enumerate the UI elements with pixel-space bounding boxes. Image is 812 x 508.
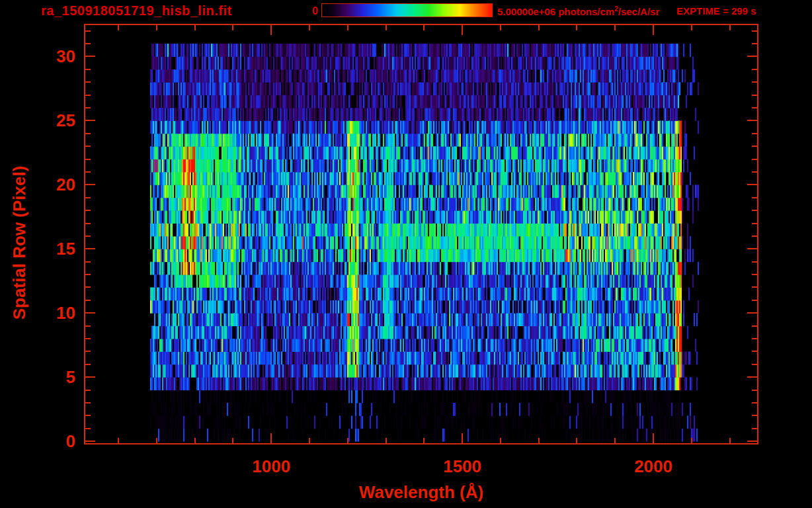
x-axis-title: Wavelength (Å) xyxy=(289,482,553,503)
y-major-tick xyxy=(85,312,95,314)
y-minor-tick xyxy=(85,428,91,429)
x-minor-tick xyxy=(309,25,310,30)
exptime-readout: EXPTIME = 299 s xyxy=(676,5,756,17)
y-minor-tick xyxy=(752,223,757,224)
y-minor-tick xyxy=(752,197,757,198)
y-minor-tick xyxy=(752,415,757,416)
y-minor-tick xyxy=(85,261,91,263)
x-major-tick xyxy=(462,25,463,35)
y-major-tick xyxy=(747,441,757,442)
y-minor-tick xyxy=(752,274,757,275)
x-minor-tick xyxy=(729,438,731,443)
y-minor-tick xyxy=(85,159,91,160)
x-minor-tick xyxy=(194,438,196,443)
y-minor-tick xyxy=(752,364,757,365)
y-minor-tick xyxy=(85,351,91,352)
y-minor-tick xyxy=(752,159,757,160)
x-minor-tick xyxy=(347,25,348,30)
y-minor-tick xyxy=(85,81,91,83)
y-minor-tick xyxy=(85,107,91,108)
y-minor-tick xyxy=(752,338,757,339)
x-minor-tick xyxy=(232,438,233,443)
x-minor-tick xyxy=(347,438,348,443)
y-tick-label: 15 xyxy=(25,239,75,259)
y-minor-tick xyxy=(85,325,91,327)
y-minor-tick xyxy=(85,390,91,391)
y-minor-tick xyxy=(85,197,91,198)
x-minor-tick xyxy=(576,25,577,30)
y-major-tick xyxy=(85,376,95,378)
y-minor-tick xyxy=(752,261,757,263)
x-major-tick xyxy=(270,433,272,443)
colorbar-max-value: 5.00000e+06 photons/cm xyxy=(497,6,614,17)
x-minor-tick xyxy=(538,25,540,30)
y-major-tick xyxy=(747,376,757,378)
x-tick-label: 1500 xyxy=(432,456,492,477)
y-minor-tick xyxy=(85,338,91,339)
y-minor-tick xyxy=(85,146,91,147)
y-tick-label: 5 xyxy=(25,367,75,388)
colorbar-max-label: 5.00000e+06 photons/cm2/sec/A/sr xyxy=(497,5,659,17)
y-major-tick xyxy=(85,248,95,249)
y-major-tick xyxy=(747,120,757,121)
y-minor-tick xyxy=(752,402,757,403)
colorbar-min-label: 0 xyxy=(301,5,318,17)
y-minor-tick xyxy=(85,171,91,173)
x-minor-tick xyxy=(614,25,616,30)
y-minor-tick xyxy=(752,351,757,352)
x-minor-tick xyxy=(729,25,731,30)
y-minor-tick xyxy=(85,69,91,70)
colorbar-units-suffix: /sec/A/sr xyxy=(618,6,660,17)
y-tick-label: 0 xyxy=(25,431,75,452)
x-minor-tick xyxy=(232,25,233,30)
y-minor-tick xyxy=(752,171,757,173)
x-minor-tick xyxy=(576,438,577,443)
y-minor-tick xyxy=(85,133,91,134)
y-minor-tick xyxy=(85,286,91,288)
x-major-tick xyxy=(462,433,463,443)
y-minor-tick xyxy=(85,235,91,237)
x-minor-tick xyxy=(309,438,310,443)
y-minor-tick xyxy=(752,146,757,147)
x-major-tick xyxy=(653,25,654,35)
y-minor-tick xyxy=(752,325,757,327)
y-major-tick xyxy=(85,56,95,57)
y-major-tick xyxy=(85,441,95,442)
x-minor-tick xyxy=(156,25,157,30)
y-tick-label: 30 xyxy=(25,46,75,67)
x-major-tick xyxy=(653,433,654,443)
y-minor-tick xyxy=(85,402,91,403)
y-minor-tick xyxy=(85,43,91,44)
x-minor-tick xyxy=(691,25,692,30)
y-minor-tick xyxy=(85,415,91,416)
y-major-tick xyxy=(85,120,95,121)
x-major-tick xyxy=(270,25,272,35)
plot-axes-frame xyxy=(84,24,758,444)
y-minor-tick xyxy=(85,30,91,32)
fits-filename-title: ra_150918051719_hisb_lin.fit xyxy=(41,3,232,19)
y-minor-tick xyxy=(752,43,757,44)
y-minor-tick xyxy=(752,81,757,83)
y-minor-tick xyxy=(752,30,757,32)
y-minor-tick xyxy=(85,95,91,96)
x-minor-tick xyxy=(386,25,387,30)
x-minor-tick xyxy=(118,25,119,30)
x-minor-tick xyxy=(423,25,425,30)
x-minor-tick xyxy=(500,25,501,30)
y-minor-tick xyxy=(85,223,91,224)
y-major-tick xyxy=(747,184,757,185)
spectrogram-viewer-window: ra_150918051719_hisb_lin.fit 0 5.00000e+… xyxy=(0,0,812,508)
y-minor-tick xyxy=(752,300,757,301)
y-minor-tick xyxy=(752,428,757,429)
y-minor-tick xyxy=(85,364,91,365)
y-axis-title: Spatial Row (Pixel) xyxy=(9,110,30,375)
y-minor-tick xyxy=(752,390,757,391)
y-major-tick xyxy=(747,56,757,57)
y-minor-tick xyxy=(752,133,757,134)
y-minor-tick xyxy=(752,235,757,237)
x-minor-tick xyxy=(691,438,692,443)
x-minor-tick xyxy=(156,438,157,443)
x-tick-label: 2000 xyxy=(624,456,683,477)
y-minor-tick xyxy=(752,69,757,70)
x-minor-tick xyxy=(538,438,540,443)
